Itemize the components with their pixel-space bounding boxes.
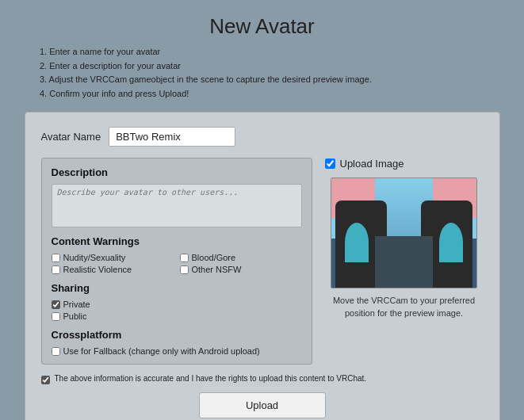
right-panel: Upload Image Move the VRCCam to your pre…: [325, 158, 484, 365]
other-nsfw-option[interactable]: Other NSFW: [180, 265, 302, 274]
public-checkbox[interactable]: [52, 312, 60, 321]
terms-checkbox[interactable]: [41, 376, 50, 384]
instruction-3: 3. Adjust the VRCCam gameobject in the s…: [40, 73, 372, 87]
content-warnings-title: Content Warnings: [52, 235, 302, 247]
private-checkbox[interactable]: [52, 300, 60, 309]
preview-hint: Move the VRCCam to your preferred positi…: [325, 295, 484, 319]
other-nsfw-label: Other NSFW: [192, 265, 242, 274]
public-option[interactable]: Public: [52, 311, 302, 321]
upload-image-checkbox[interactable]: [325, 158, 335, 169]
instruction-4: 4. Confirm your info and press Upload!: [40, 87, 372, 101]
upload-button[interactable]: Upload: [199, 392, 326, 418]
upload-image-label: Upload Image: [340, 158, 404, 170]
private-option[interactable]: Private: [52, 300, 302, 309]
terms-text: The above information is accurate and I …: [55, 374, 367, 383]
public-label: Public: [63, 311, 87, 321]
ear-left: [345, 223, 369, 262]
content-warnings-grid: Nudity/Sexuality Blood/Gore Realistic Vi…: [52, 253, 302, 274]
blood-gore-label: Blood/Gore: [192, 253, 236, 262]
nudity-sexuality-checkbox[interactable]: [52, 254, 60, 262]
preview-image: [331, 178, 477, 288]
page-title: New Avatar: [209, 14, 314, 39]
other-nsfw-checkbox[interactable]: [180, 265, 189, 274]
sharing-title: Sharing: [52, 282, 302, 294]
content-warnings-section: Content Warnings Nudity/Sexuality Blood/…: [52, 235, 302, 274]
blood-gore-checkbox[interactable]: [180, 254, 189, 262]
realistic-violence-option[interactable]: Realistic Violence: [52, 265, 174, 274]
blood-gore-option[interactable]: Blood/Gore: [180, 253, 302, 262]
avatar-name-input[interactable]: [109, 127, 235, 147]
bottom-section: The above information is accurate and I …: [41, 374, 484, 418]
realistic-violence-checkbox[interactable]: [52, 265, 60, 274]
avatar-name-row: Avatar Name: [41, 127, 484, 147]
terms-row[interactable]: The above information is accurate and I …: [41, 374, 484, 384]
description-section: Description: [52, 166, 302, 227]
main-panel: Avatar Name Description Content Warnings…: [25, 112, 500, 420]
content-area: Description Content Warnings Nudity/Sexu…: [41, 158, 484, 365]
fallback-label: Use for Fallback (change only with Andro…: [63, 346, 260, 356]
instruction-1: 1. Enter a name for your avatar: [40, 45, 372, 59]
sharing-section: Sharing Private Public: [52, 282, 302, 321]
ground: [375, 236, 433, 288]
nudity-sexuality-label: Nudity/Sexuality: [63, 253, 126, 262]
instruction-2: 2. Enter a description for your avatar: [40, 59, 372, 74]
upload-image-row: Upload Image: [325, 158, 404, 170]
description-title: Description: [52, 166, 302, 178]
nudity-sexuality-option[interactable]: Nudity/Sexuality: [52, 253, 174, 262]
crossplatform-section: Crossplatform Use for Fallback (change o…: [52, 329, 302, 356]
description-textarea[interactable]: [52, 184, 302, 227]
realistic-violence-label: Realistic Violence: [63, 265, 132, 274]
ear-right: [439, 223, 463, 262]
crossplatform-title: Crossplatform: [52, 329, 302, 341]
fallback-option[interactable]: Use for Fallback (change only with Andro…: [52, 346, 302, 356]
fallback-checkbox[interactable]: [52, 347, 60, 356]
left-panel: Description Content Warnings Nudity/Sexu…: [41, 158, 312, 365]
instructions-block: 1. Enter a name for your avatar 2. Enter…: [40, 45, 372, 101]
private-label: Private: [63, 300, 90, 309]
avatar-name-label: Avatar Name: [41, 131, 101, 143]
